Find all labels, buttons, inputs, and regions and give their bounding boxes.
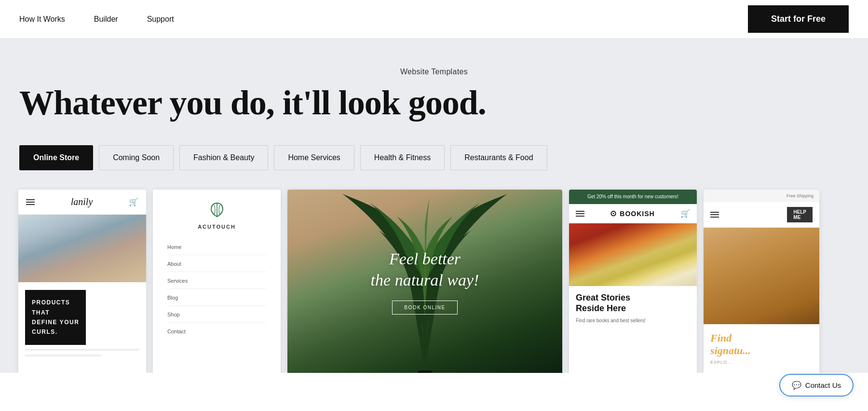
right-partial-header: HELPME <box>704 202 819 228</box>
filter-online-store[interactable]: Online Store <box>19 145 93 170</box>
start-for-free-button[interactable]: Start for Free <box>748 5 849 33</box>
plant-text-overlay: Feel betterthe natural way! BOOK ONLINE <box>371 248 479 315</box>
nav-builder[interactable]: Builder <box>94 15 118 24</box>
nav-support[interactable]: Support <box>147 15 174 24</box>
nav-how-it-works[interactable]: How It Works <box>19 15 65 24</box>
acutouch-nav-services: Services <box>167 278 266 289</box>
filter-tabs: Online Store Coming Soon Fashion & Beaut… <box>19 145 849 170</box>
cart-icon[interactable]: 🛒 <box>129 197 138 206</box>
lanily-bar-2 <box>25 355 102 356</box>
lanily-text-block: PRODUCTSTHATDEFINE YOURCURLS. <box>25 290 86 345</box>
filter-restaurants-food[interactable]: Restaurants & Food <box>450 145 547 170</box>
acutouch-logo-wrap: ACUTOUCH <box>198 201 236 230</box>
template-card-acutouch[interactable]: ACUTOUCH Home About Services Blog Shop C… <box>153 190 281 373</box>
acutouch-nav-home: Home <box>167 244 266 255</box>
right-partial-headline: Findsignatu... <box>710 332 813 357</box>
bookish-header: ⊙ BOOKISH 🛒 <box>569 204 697 223</box>
right-partial-promo-bar: Free Shipping <box>704 190 819 202</box>
lanily-bar-1 <box>25 349 139 351</box>
right-partial-text-area: Findsignatu... EXPLO... <box>704 324 819 372</box>
bookish-hero-image <box>569 223 697 286</box>
navbar: How It Works Builder Support Start for F… <box>0 0 868 39</box>
bookish-title: Great StoriesReside Here <box>576 293 690 314</box>
svg-rect-0 <box>418 370 432 373</box>
hero-title: Whatever you do, it'll look good. <box>19 84 849 122</box>
filter-home-services[interactable]: Home Services <box>274 145 354 170</box>
template-card-right-partial[interactable]: Free Shipping HELPME Findsignatu... EXPL… <box>704 190 819 373</box>
template-card-partial-left <box>0 190 15 373</box>
bookish-cart-icon[interactable]: 🛒 <box>680 209 690 218</box>
acutouch-nav-contact: Contact <box>167 329 266 339</box>
right-partial-image <box>704 228 819 324</box>
filter-fashion-beauty[interactable]: Fashion & Beauty <box>179 145 268 170</box>
hamburger-icon[interactable] <box>26 199 35 205</box>
right-partial-explore: EXPLO... <box>710 360 813 365</box>
acutouch-nav: Home About Services Blog Shop Contact <box>153 234 281 349</box>
right-partial-hamburger-icon[interactable] <box>710 212 719 218</box>
acutouch-nav-shop: Shop <box>167 312 266 323</box>
acutouch-name: ACUTOUCH <box>198 224 236 230</box>
filter-health-fitness[interactable]: Health & Fitness <box>360 145 445 170</box>
plant-background: Feel betterthe natural way! BOOK ONLINE <box>287 190 562 373</box>
lanily-header: lanily 🛒 <box>18 190 146 215</box>
hero-label: Website Templates <box>19 68 849 76</box>
bookish-logo: ⊙ BOOKISH <box>610 209 654 218</box>
templates-area: lanily 🛒 PRODUCTSTHATDEFINE YOURCURLS. <box>0 170 868 373</box>
bookish-hamburger-icon[interactable] <box>576 211 584 217</box>
right-partial-help-button[interactable]: HELPME <box>787 207 813 222</box>
template-card-lanily[interactable]: lanily 🛒 PRODUCTSTHATDEFINE YOURCURLS. <box>18 190 146 373</box>
bookish-logo-icon: ⊙ <box>610 209 617 218</box>
hero-section: Website Templates Whatever you do, it'll… <box>0 39 868 170</box>
acutouch-header: ACUTOUCH <box>153 190 281 234</box>
template-card-plant[interactable]: Feel betterthe natural way! BOOK ONLINE <box>287 190 562 373</box>
right-partial-actions: HELPME <box>787 207 813 222</box>
plant-headline: Feel betterthe natural way! <box>371 248 479 291</box>
lanily-hero-image <box>18 215 146 282</box>
bookish-promo-bar: Get 20% off this month for new customers… <box>569 190 697 204</box>
acutouch-nav-about: About <box>167 261 266 272</box>
lanily-logo: lanily <box>71 196 93 207</box>
bookish-logo-text: BOOKISH <box>620 210 654 218</box>
plant-book-button[interactable]: BOOK ONLINE <box>392 301 457 315</box>
filter-coming-soon[interactable]: Coming Soon <box>99 145 174 170</box>
acutouch-logo-icon <box>208 201 226 222</box>
bookish-description: Find rare books and best sellers! <box>576 317 690 324</box>
nav-links: How It Works Builder Support <box>19 15 174 24</box>
template-card-bookish[interactable]: Get 20% off this month for new customers… <box>569 190 697 373</box>
acutouch-nav-blog: Blog <box>167 295 266 306</box>
bookish-text-area: Great StoriesReside Here Find rare books… <box>569 286 697 331</box>
